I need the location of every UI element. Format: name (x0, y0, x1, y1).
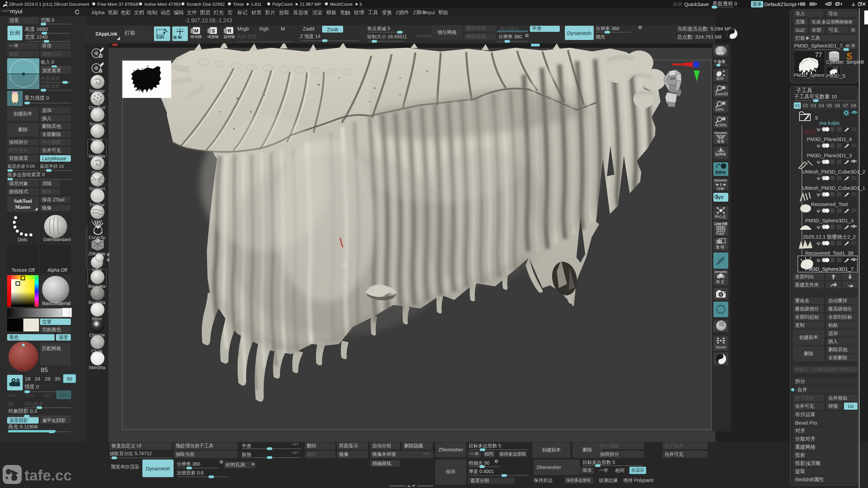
svg-text:tafe.cc: tafe.cc (24, 467, 72, 484)
